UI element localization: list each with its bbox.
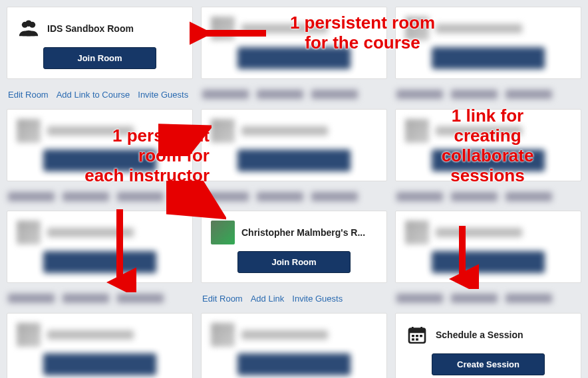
add-link-course-link[interactable]: Add Link to Course [57,90,130,100]
create-session-button[interactable]: Create Session [432,353,545,375]
avatar-blur [17,119,41,143]
avatar-blur [405,119,429,143]
avatar-blur [17,221,41,244]
room-title-blur [436,24,522,33]
avatar-blur [405,17,429,41]
room-title-blur [241,126,328,136]
cell-course-room: IDS Sandbox Room Join Room Edit Room Add… [7,7,193,101]
room-title-blur [436,126,522,136]
avatar-blur [405,221,429,244]
avatar-blur [211,323,235,347]
schedule-title: Schedule a Session [436,330,523,340]
room-actions-blur [7,291,193,304]
room-grid: IDS Sandbox Room Join Room Edit Room Add… [7,7,581,378]
room-card-blur [7,109,193,181]
join-room-button[interactable]: Join Room [237,251,351,273]
instructor-room-actions: Edit Room Add Link Invite Guests [201,291,387,305]
cell-blur-7 [395,211,581,305]
svg-rect-9 [420,335,422,337]
room-actions-blur [395,87,581,100]
room-card-blur [395,7,581,79]
join-room-button-blur[interactable] [43,353,156,375]
edit-room-link[interactable]: Edit Room [8,90,49,100]
room-title-blur [47,126,134,136]
room-title-blur [47,330,134,339]
svg-rect-11 [416,338,418,340]
room-actions-blur [395,189,581,203]
cell-blur-6 [7,211,193,305]
users-icon [17,17,41,41]
join-room-button-blur[interactable] [432,149,545,171]
room-card-blur [395,211,581,283]
course-room-card: IDS Sandbox Room Join Room [7,7,193,79]
instructor-room-title: Christopher Malmberg's R... [241,227,365,238]
join-room-button-blur[interactable] [237,47,351,69]
room-card-blur [7,313,193,378]
join-room-button-blur[interactable] [43,251,156,273]
svg-rect-7 [412,335,414,337]
join-room-button-blur[interactable] [432,47,545,69]
svg-rect-4 [409,329,425,333]
calendar-icon [405,323,429,347]
room-card-blur [7,211,193,283]
room-card-blur [201,313,387,378]
avatar-blur [211,119,235,143]
invite-guests-link[interactable]: Invite Guests [138,90,188,100]
cell-blur-4 [201,109,387,203]
avatar-blur [17,323,41,347]
cell-blur-2 [395,7,581,101]
schedule-session-card: Schedule a Session Create Session [395,313,581,378]
svg-point-2 [25,20,32,27]
room-actions-blur [7,189,193,203]
invite-guests-link[interactable]: Invite Guests [292,294,343,304]
cell-instructor-room: Christopher Malmberg's R... Join Room Ed… [201,211,387,305]
room-actions-blur [395,291,581,304]
add-link-link[interactable]: Add Link [251,294,285,304]
cell-blur-5 [395,109,581,203]
room-card-blur [201,109,387,181]
cell-blur-9 [201,313,387,378]
cell-blur-3 [7,109,193,203]
join-room-button-blur[interactable] [237,353,351,375]
course-room-actions: Edit Room Add Link to Course Invite Gues… [7,87,193,101]
cell-blur-1 [201,7,387,101]
edit-room-link[interactable]: Edit Room [202,294,243,304]
cell-blur-8 [7,313,193,378]
join-room-button-blur[interactable] [237,149,351,171]
room-title-blur [436,228,522,237]
join-room-button[interactable]: Join Room [43,47,156,69]
avatar-blur [211,17,235,41]
join-room-button-blur[interactable] [432,251,545,273]
course-room-title: IDS Sandbox Room [47,23,134,34]
svg-rect-8 [416,335,418,337]
room-title-blur [241,24,328,33]
join-room-button-blur[interactable] [43,149,156,171]
room-title-blur [241,330,328,339]
room-card-blur [201,7,387,79]
instructor-room-card: Christopher Malmberg's R... Join Room [201,211,387,283]
cell-schedule-session: Schedule a Session Create Session Set De… [395,313,581,378]
svg-rect-10 [412,338,414,340]
room-card-blur [395,109,581,181]
user-avatar [211,221,235,244]
room-title-blur [47,228,134,237]
room-actions-blur [201,189,387,203]
room-actions-blur [201,87,387,100]
